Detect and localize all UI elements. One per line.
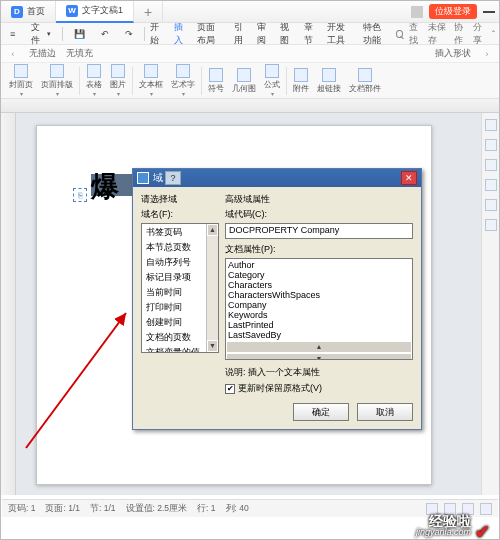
tb-formula-label: 公式 xyxy=(264,79,280,90)
list-item[interactable]: Keywords xyxy=(228,310,410,320)
horizontal-ruler[interactable] xyxy=(1,99,499,113)
tb-symbol-label: 符号 xyxy=(208,83,224,94)
tb-attach-label: 附件 xyxy=(293,83,309,94)
menu-collab[interactable]: 协作 xyxy=(454,21,467,47)
view-mode-4[interactable] xyxy=(480,503,492,515)
ribbon-tab-layout[interactable]: 页面布局 xyxy=(197,21,224,47)
flag-icon xyxy=(411,6,423,18)
tb-wordart[interactable]: 艺术字▾ xyxy=(167,64,199,98)
dialog-help-button[interactable]: ? xyxy=(165,171,181,185)
dialog-titlebar[interactable]: 域 ? ✕ xyxy=(133,169,421,187)
tb-shape[interactable]: 几何图 xyxy=(228,64,260,98)
side-tool-4[interactable] xyxy=(485,179,497,191)
plus-icon: + xyxy=(144,4,152,20)
dialog-close-button[interactable]: ✕ xyxy=(401,171,417,185)
tb-image[interactable]: 图片▾ xyxy=(106,64,130,98)
field-name-label: 域名(F): xyxy=(141,208,219,221)
field-dialog: 域 ? ✕ 请选择域 域名(F): 书签页码 本节总页数 自动序列号 xyxy=(132,168,422,430)
status-section[interactable]: 节: 1/1 xyxy=(90,503,116,515)
tb-link-label: 超链接 xyxy=(317,83,341,94)
ribbon-tab-feature[interactable]: 特色功能 xyxy=(363,21,390,47)
list-item[interactable]: Category xyxy=(228,270,410,280)
status-line[interactable]: 行: 1 xyxy=(197,503,215,515)
menu-unsaved[interactable]: 未保存 xyxy=(428,21,448,47)
ribbon-tab-insert[interactable]: 插入 xyxy=(174,21,187,47)
sub-nostroke[interactable]: 无描边 xyxy=(29,48,56,60)
status-page[interactable]: 页码: 1 xyxy=(8,503,35,515)
status-pos[interactable]: 设置值: 2.5厘米 xyxy=(126,503,188,515)
tab-document[interactable]: W文字文稿1 xyxy=(56,1,134,23)
field-name-listbox[interactable]: 书签页码 本节总页数 自动序列号 标记目录项 当前时间 打印时间 创建时间 文档… xyxy=(141,223,219,353)
list-item[interactable]: Author xyxy=(228,260,410,270)
chevron-right-icon[interactable]: › xyxy=(481,49,493,59)
cancel-button[interactable]: 取消 xyxy=(357,403,413,421)
ribbon-tab-ref[interactable]: 引用 xyxy=(234,21,247,47)
ribbon-tab-section[interactable]: 章节 xyxy=(304,21,317,47)
tb-image-label: 图片 xyxy=(110,79,126,90)
ok-button[interactable]: 确定 xyxy=(293,403,349,421)
chevron-up-icon[interactable]: ˆ xyxy=(492,29,495,39)
app-menu[interactable]: ≡ xyxy=(5,26,20,42)
tb-link[interactable]: 超链接 xyxy=(313,64,345,98)
menu-find[interactable]: 查找 xyxy=(409,21,422,47)
preserve-format-checkbox[interactable]: ✔ 更新时保留原格式(V) xyxy=(225,382,413,395)
advanced-prop-label: 高级域属性 xyxy=(225,193,413,206)
ribbon-tab-dev[interactable]: 开发工具 xyxy=(327,21,354,47)
qat-save[interactable]: 💾 xyxy=(69,26,90,42)
scrollbar[interactable]: ▲▼ xyxy=(226,341,412,360)
side-tool-1[interactable] xyxy=(485,119,497,131)
field-code-input[interactable]: DOCPROPERTY Company xyxy=(225,223,413,239)
list-item[interactable]: CharactersWithSpaces xyxy=(228,290,410,300)
side-tool-3[interactable] xyxy=(485,159,497,171)
doc-property-label: 文档属性(P): xyxy=(225,243,413,256)
tb-pagelayout-label: 页面排版 xyxy=(41,79,73,90)
scrollbar[interactable]: ▲▼ xyxy=(206,224,218,352)
menu-share[interactable]: 分享 xyxy=(473,21,486,47)
ribbon-tab-start[interactable]: 开始 xyxy=(150,21,163,47)
tb-textbox[interactable]: 文本框▾ xyxy=(135,64,167,98)
side-tool-2[interactable] xyxy=(485,139,497,151)
doc-icon: W xyxy=(66,5,78,17)
ribbon-tab-review[interactable]: 审阅 xyxy=(257,21,270,47)
list-item[interactable]: LastSavedBy xyxy=(228,330,410,340)
status-pages[interactable]: 页面: 1/1 xyxy=(45,503,80,515)
status-col[interactable]: 列: 40 xyxy=(226,503,249,515)
side-tool-6[interactable] xyxy=(485,219,497,231)
checkbox-icon: ✔ xyxy=(225,384,235,394)
document-text: 爆 xyxy=(91,168,119,206)
sub-insertshape[interactable]: 插入形状 xyxy=(435,48,471,60)
tb-pagelayout[interactable]: 页面排版▾ xyxy=(37,64,77,98)
file-menu-label: 文件 xyxy=(31,21,44,47)
tb-wordart-label: 艺术字 xyxy=(171,79,195,90)
tb-formula[interactable]: 公式▾ xyxy=(260,64,284,98)
watermark-en: jingyanla.com xyxy=(416,528,471,537)
tb-symbol[interactable]: 符号 xyxy=(204,64,228,98)
vertical-ruler[interactable] xyxy=(1,113,16,495)
qat-redo[interactable]: ↷ xyxy=(120,26,138,42)
qat-undo[interactable]: ↶ xyxy=(96,26,114,42)
description-label: 说明: 插入一个文本属性 xyxy=(225,366,413,379)
tb-parts[interactable]: 文档部件 xyxy=(345,64,385,98)
ribbon-tab-view[interactable]: 视图 xyxy=(280,21,293,47)
watermark: 经验啦 jingyanla.com ✔ xyxy=(416,514,491,537)
tb-table[interactable]: 表格▾ xyxy=(82,64,106,98)
doc-property-listbox[interactable]: Author Category Characters CharactersWit… xyxy=(225,258,413,360)
dialog-title: 域 xyxy=(153,171,163,185)
sub-nofill[interactable]: 无填充 xyxy=(66,48,93,60)
search-icon[interactable] xyxy=(396,30,402,38)
dialog-icon xyxy=(137,172,149,184)
chevron-left-icon[interactable]: ‹ xyxy=(7,49,19,59)
side-toolbar xyxy=(481,113,499,495)
list-item[interactable]: Characters xyxy=(228,280,410,290)
tb-cover[interactable]: 封面页▾ xyxy=(5,64,37,98)
tab-add[interactable]: + xyxy=(134,1,163,23)
menu-bar: ≡ 文件 ▾ 💾 ↶ ↷ 开始 插入 页面布局 引用 审阅 视图 章节 开发工具… xyxy=(1,23,499,45)
login-button[interactable]: 位级登录 xyxy=(429,4,477,19)
file-menu[interactable]: 文件 ▾ xyxy=(26,18,55,50)
app-minimize[interactable] xyxy=(483,11,495,13)
tb-cover-label: 封面页 xyxy=(9,79,33,90)
side-tool-5[interactable] xyxy=(485,199,497,211)
list-item[interactable]: Company xyxy=(228,300,410,310)
list-item[interactable]: LastPrinted xyxy=(228,320,410,330)
tb-attach[interactable]: 附件 xyxy=(289,64,313,98)
